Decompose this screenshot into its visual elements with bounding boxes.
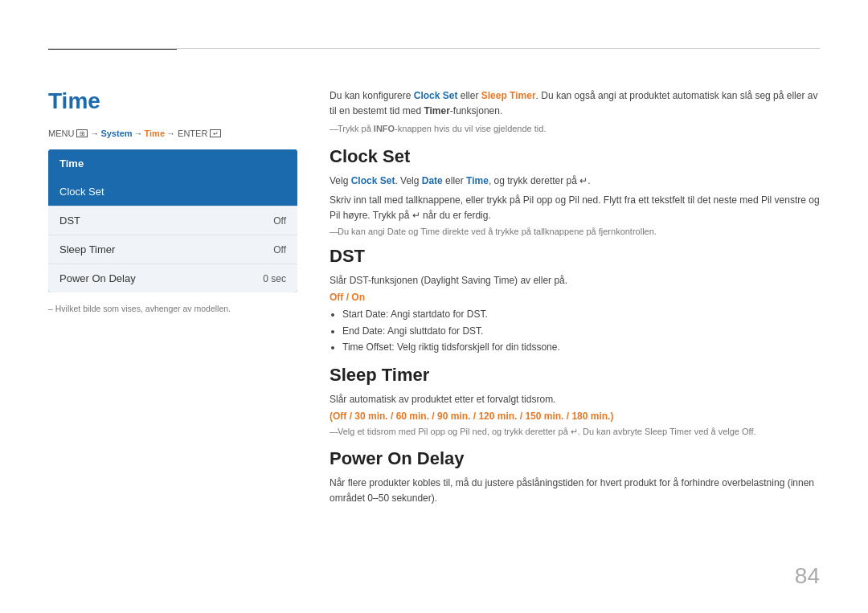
dst-bullet-list: Start Date: Angi startdato for DST. End … xyxy=(342,306,820,355)
date-ref: Date xyxy=(387,227,406,236)
dst-off-on: Off / On xyxy=(330,292,365,303)
time-ref: Time xyxy=(420,227,440,236)
menu-item-sleep-timer[interactable]: Sleep Timer Off xyxy=(48,235,297,264)
path-sep3: → ENTER xyxy=(166,129,207,138)
clock-set-body2: Skriv inn tall med tallknappene, eller t… xyxy=(330,193,820,223)
menu-item-clock-set[interactable]: Clock Set xyxy=(48,178,297,206)
left-column: Time MENU ⊞ → System → Time → ENTER ↵ Ti… xyxy=(48,88,297,509)
intro-clock-set-highlight: Clock Set xyxy=(414,90,458,101)
section-title-clock-set: Clock Set xyxy=(330,146,820,167)
enter-icon: ↵ xyxy=(210,129,221,137)
dst-bullet-end-date: End Date: Angi sluttdato for DST. xyxy=(342,323,820,339)
intro-text: Du kan konfigurere Clock Set eller Sleep… xyxy=(330,88,820,119)
menu-item-value-power: 0 sec xyxy=(263,273,286,284)
section-title-sleep-timer: Sleep Timer xyxy=(330,365,820,386)
dst-body1: Slår DST-funksjonen (Daylight Saving Tim… xyxy=(330,273,820,288)
menu-icon: ⊞ xyxy=(76,129,88,137)
sleep-timer-values: (Off / 30 min. / 60 min. / 90 min. / 120… xyxy=(330,411,613,422)
power-on-delay-body1: Når flere produkter kobles til, må du ju… xyxy=(330,476,820,506)
intro-note: Trykk på INFO-knappen hvis du vil vise g… xyxy=(330,124,820,133)
page-number: 84 xyxy=(795,563,820,589)
sleep-timer-options: (Off / 30 min. / 60 min. / 90 min. / 120… xyxy=(330,411,820,422)
menu-item-label-clock-set: Clock Set xyxy=(59,186,104,198)
left-note: – Hvilket bilde som vises, avhenger av m… xyxy=(48,304,297,313)
dst-bullet-start-date: Start Date: Angi startdato for DST. xyxy=(342,306,820,322)
menu-item-dst[interactable]: DST Off xyxy=(48,206,297,235)
intro-timer-bold: Timer xyxy=(424,105,449,116)
right-column: Du kan konfigurere Clock Set eller Sleep… xyxy=(330,88,820,509)
clock-set-sub-note: Du kan angi Date og Time direkte ved å t… xyxy=(330,227,820,236)
sleep-timer-ref: Sleep Timer xyxy=(645,427,692,436)
time-blue: Time xyxy=(466,175,489,186)
intro-sleep-timer-highlight: Sleep Timer xyxy=(481,90,536,101)
system-label: System xyxy=(100,129,132,138)
menu-item-power-on-delay[interactable]: Power On Delay 0 sec xyxy=(48,264,297,292)
start-date-label: Start Date xyxy=(342,309,386,320)
time-label: Time xyxy=(145,129,165,138)
menu-item-label-dst: DST xyxy=(59,215,80,227)
menu-box-header: Time xyxy=(48,149,297,178)
dst-options: Off / On xyxy=(330,292,820,303)
page-container: Time MENU ⊞ → System → Time → ENTER ↵ Ti… xyxy=(0,0,868,613)
clock-set-blue1: Clock Set xyxy=(351,175,395,186)
content-wrapper: Time MENU ⊞ → System → Time → ENTER ↵ Ti… xyxy=(48,88,820,509)
menu-label: MENU xyxy=(48,129,74,138)
page-title: Time xyxy=(48,88,297,114)
clock-set-body1: Velg Clock Set. Velg Date eller Time, og… xyxy=(330,174,820,189)
menu-item-label-sleep: Sleep Timer xyxy=(59,243,115,255)
sleep-timer-body1: Slår automatisk av produktet etter et fo… xyxy=(330,392,820,407)
menu-item-label-power: Power On Delay xyxy=(59,272,136,284)
top-rule xyxy=(48,48,820,49)
path-sep2: → xyxy=(134,129,143,138)
section-title-power-on-delay: Power On Delay xyxy=(330,448,820,469)
off-ref: Off xyxy=(742,427,753,436)
date-blue: Date xyxy=(422,175,443,186)
menu-path: MENU ⊞ → System → Time → ENTER ↵ xyxy=(48,129,297,138)
menu-item-value-sleep: Off xyxy=(273,244,286,255)
section-title-dst: DST xyxy=(330,246,820,267)
menu-item-value-dst: Off xyxy=(273,215,286,227)
time-offset-label: Time Offset xyxy=(342,341,391,353)
end-date-label: End Date xyxy=(342,325,383,337)
dst-bullet-time-offset: Time Offset: Velg riktig tidsforskjell f… xyxy=(342,339,820,355)
menu-box: Time Clock Set DST Off Sleep Timer Off P… xyxy=(48,149,297,292)
path-sep1: → xyxy=(90,129,99,138)
sleep-timer-footer-note: Velg et tidsrom med Pil opp og Pil ned, … xyxy=(330,425,820,439)
